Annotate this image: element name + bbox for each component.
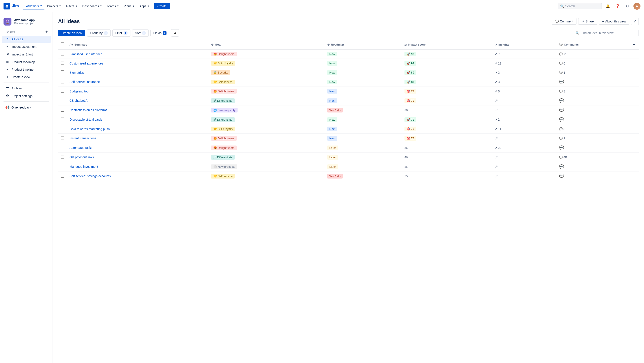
sidebar-item-project-settings[interactable]: ⚙ Project settings <box>2 92 51 100</box>
goal-badge[interactable]: 😍 Delight users <box>211 89 236 94</box>
row-checkbox[interactable] <box>61 89 64 93</box>
fields-button[interactable]: Fields 6 <box>150 30 169 36</box>
row-summary[interactable]: Simplified user interface <box>67 49 208 59</box>
sidebar-item-product-timeline[interactable]: ≡ Product timeline <box>2 66 51 73</box>
row-checkbox[interactable] <box>61 71 64 74</box>
nav-plans[interactable]: Plans ▼ <box>122 3 137 9</box>
roadmap-badge[interactable]: Later <box>327 164 338 169</box>
group-by-button[interactable]: Group by + <box>87 30 111 37</box>
row-checkbox[interactable] <box>61 127 64 130</box>
impact-score-badge[interactable]: 🎯 76 <box>404 136 416 141</box>
sidebar-item-create-view[interactable]: + Create a view <box>2 74 51 81</box>
col-header-summary[interactable]: Aα Summary <box>67 40 208 49</box>
roadmap-badge[interactable]: Later <box>327 146 338 150</box>
col-header-insights[interactable]: ↗ Insights <box>492 40 556 49</box>
create-button[interactable]: Create <box>154 3 170 9</box>
goal-badge[interactable]: 🔒 Security <box>211 70 230 75</box>
add-column-button[interactable]: + <box>632 41 636 48</box>
row-summary[interactable]: Managed investment <box>67 162 208 171</box>
impact-score-badge[interactable]: 🚀 98 <box>404 52 416 56</box>
row-checkbox[interactable] <box>61 146 64 149</box>
row-checkbox[interactable] <box>61 99 64 102</box>
sidebar-item-impact-vs-effort[interactable]: ↗ Impact vs Effort <box>2 51 51 58</box>
roadmap-badge[interactable]: Next <box>327 98 338 103</box>
goal-badge[interactable]: 💛 Self service <box>211 174 235 179</box>
row-checkbox[interactable] <box>61 108 64 112</box>
create-idea-button[interactable]: Create an idea <box>58 30 85 36</box>
select-all-checkbox[interactable] <box>61 43 64 46</box>
nav-filters[interactable]: Filters ▼ <box>64 3 80 9</box>
col-header-roadmap[interactable]: ⊙ Roadmap <box>325 40 402 49</box>
sidebar-item-impact-assessment[interactable]: ≡ Impact assesment <box>2 43 51 50</box>
row-checkbox[interactable] <box>61 61 64 65</box>
roadmap-badge[interactable]: Now <box>327 70 338 75</box>
sort-button[interactable]: Sort + <box>132 30 149 37</box>
settings-button[interactable]: ⚙ <box>624 3 631 10</box>
nav-your-work[interactable]: Your work ▼ <box>23 3 44 10</box>
goal-badge[interactable]: 🖊 Differentiate <box>211 117 234 122</box>
row-summary[interactable]: Instant transactions <box>67 134 208 143</box>
col-header-impact[interactable]: fx Impact score <box>402 40 492 49</box>
impact-score-badge[interactable]: 🚀 97 <box>404 61 416 66</box>
row-checkbox[interactable] <box>61 136 64 140</box>
roadmap-badge[interactable]: Now <box>327 80 338 84</box>
add-view-button[interactable]: + <box>44 29 49 35</box>
goal-badge[interactable]: ⚪ New products <box>211 164 237 169</box>
goal-badge[interactable]: 😍 Delight users <box>211 52 236 56</box>
goal-badge[interactable]: 🌐 Feature parity <box>211 108 238 113</box>
col-header-add[interactable]: + <box>629 40 639 49</box>
row-summary[interactable]: Disposable virtual cards <box>67 115 208 124</box>
nav-dashboards[interactable]: Dashboards ▼ <box>80 3 104 9</box>
sidebar-item-give-feedback[interactable]: 📢 Give feedback <box>2 104 51 111</box>
impact-score-badge[interactable]: 🎯 75 <box>404 127 416 131</box>
search-input[interactable] <box>565 5 599 8</box>
row-summary[interactable]: Self service: savings accounts <box>67 171 208 181</box>
row-summary[interactable]: Gold rewards marketing push <box>67 124 208 134</box>
impact-score-badge[interactable]: 🎯 78 <box>404 89 416 94</box>
nav-projects[interactable]: Projects ▼ <box>45 3 63 9</box>
nav-teams[interactable]: Teams ▼ <box>105 3 121 9</box>
goal-badge[interactable]: 💛 Self service <box>211 80 235 84</box>
roadmap-badge[interactable]: Now <box>327 61 338 66</box>
roadmap-badge[interactable]: Now <box>327 117 338 122</box>
jira-logo[interactable]: Jira <box>4 3 19 10</box>
row-summary[interactable]: Automated tasks <box>67 143 208 153</box>
comment-button[interactable]: 💬 Comment <box>552 18 577 25</box>
goal-badge[interactable]: 🖊 Differentiate <box>211 98 234 103</box>
row-checkbox[interactable] <box>61 155 64 159</box>
filter-button[interactable]: Filter + <box>112 30 130 37</box>
impact-score-badge[interactable]: 🚀 79 <box>404 117 416 122</box>
impact-score-badge[interactable]: 🚀 80 <box>404 70 416 75</box>
sidebar-item-all-ideas[interactable]: ≡ All ideas <box>2 36 51 43</box>
goal-badge[interactable]: 🤝 Build loyalty <box>211 127 235 131</box>
roadmap-badge[interactable]: Now <box>327 52 338 56</box>
roadmap-badge[interactable]: Won't do <box>327 174 343 179</box>
row-summary[interactable]: QR payment links <box>67 153 208 162</box>
roadmap-badge[interactable]: Next <box>327 136 338 141</box>
notifications-button[interactable]: 🔔 <box>604 3 612 10</box>
row-summary[interactable]: CS chatbot AI <box>67 96 208 105</box>
topnav-search[interactable]: 🔍 <box>558 3 602 9</box>
row-checkbox[interactable] <box>61 80 64 83</box>
impact-score-badge[interactable]: 🎯 70 <box>404 98 416 103</box>
row-summary[interactable]: Contactless on all platforms <box>67 105 208 115</box>
row-checkbox[interactable] <box>61 174 64 178</box>
roadmap-badge[interactable]: Won't do <box>327 108 343 113</box>
roadmap-badge[interactable]: Next <box>327 89 338 94</box>
row-summary[interactable]: Biometrics <box>67 68 208 77</box>
col-header-goal[interactable]: ⊙ Goal <box>208 40 324 49</box>
help-button[interactable]: ❓ <box>614 3 621 10</box>
toolbar-search[interactable]: 🔍 <box>573 30 639 36</box>
refresh-button[interactable]: ↺ <box>171 29 179 37</box>
goal-badge[interactable]: 😍 Delight users <box>211 146 236 150</box>
roadmap-badge[interactable]: Next <box>327 127 338 131</box>
sidebar-item-product-roadmap[interactable]: ⊞ Product roadmap <box>2 58 51 66</box>
goal-badge[interactable]: 🖊 Differentiate <box>211 155 234 160</box>
find-idea-input[interactable] <box>581 31 636 35</box>
row-checkbox[interactable] <box>61 165 64 168</box>
expand-button[interactable]: ⤢ <box>631 18 639 25</box>
goal-badge[interactable]: 😍 Delight users <box>211 136 236 141</box>
about-view-button[interactable]: ≡ About this view <box>599 18 629 25</box>
goal-badge[interactable]: 🤝 Build loyalty <box>211 61 235 66</box>
row-summary[interactable]: Self-service insurance <box>67 77 208 87</box>
